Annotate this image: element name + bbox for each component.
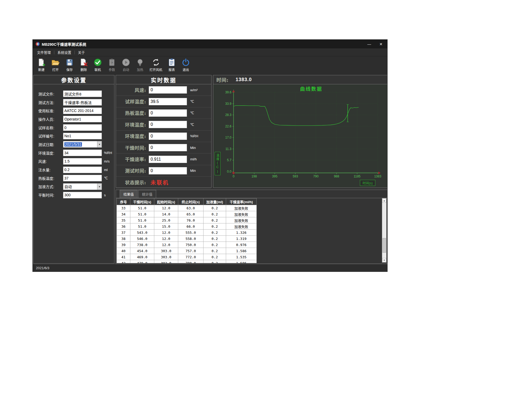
realtime-value-field[interactable]: 0 (149, 86, 187, 94)
table-column-header[interactable]: 终止时间(s) (178, 198, 203, 205)
app-logo-icon (35, 42, 40, 46)
table-cell: 1.326 (226, 230, 257, 236)
param-value: 37 (64, 176, 69, 180)
param-row: 环境湿度:34%RH (34, 149, 114, 157)
param-input[interactable]: 0.2 (63, 167, 102, 173)
table-row[interactable]: 42478.0302.0780.00.21.506 (117, 260, 257, 263)
toolbar-button-fan[interactable]: 打开风机 (147, 57, 165, 72)
table-cell: 772.0 (178, 254, 203, 260)
table-cell: 0.2 (203, 242, 226, 248)
realtime-value-field[interactable]: 0 (149, 109, 187, 117)
realtime-value-field[interactable]: 0 (149, 144, 187, 151)
table-row[interactable]: 3451.014.065.00.2加液失败 (117, 211, 257, 217)
param-combobox[interactable]: 自动▾ (63, 183, 102, 190)
menu-item-system-settings[interactable]: 系统设置 (54, 50, 74, 55)
param-input[interactable]: 1.5 (63, 158, 102, 165)
toolbar-button-label: 参数 (105, 67, 119, 72)
param-row: 试样编号:No1 (34, 132, 114, 140)
table-row[interactable]: 39738.012.0750.00.20.976 (117, 242, 257, 248)
param-input[interactable]: 测试文件8 (63, 90, 102, 97)
param-label: 测试方法: (38, 100, 63, 105)
toolbar-button-new-file[interactable]: 新建 (34, 57, 48, 72)
table-cell: 41 (117, 254, 130, 260)
table-cell: 51.0 (130, 205, 154, 211)
param-label: 试样名称: (38, 125, 63, 130)
realtime-value-field[interactable]: 0 (149, 121, 187, 128)
table-column-header[interactable]: 序号 (117, 198, 130, 205)
table-cell: 0.2 (203, 223, 226, 230)
tab-result-values[interactable]: 结果值 (120, 190, 138, 198)
realtime-value-field[interactable]: 0 (149, 132, 187, 140)
table-row[interactable]: 40454.0303.0757.00.21.586 (117, 248, 257, 254)
param-combobox[interactable]: 2021/5/31▾ (63, 141, 102, 148)
param-value: No1 (64, 134, 71, 138)
status-bar-date: 2021/6/3 (36, 266, 49, 270)
param-input[interactable]: 34 (63, 149, 102, 156)
table-row[interactable]: 3551.025.076.00.2加液失败 (117, 217, 257, 223)
table-column-header[interactable]: 干燥速率(ml/h) (226, 198, 257, 205)
svg-text:198: 198 (252, 174, 257, 178)
param-label: 使用标准: (38, 108, 63, 113)
time-value: 1383.0 (236, 77, 252, 82)
table-row[interactable]: 38546.012.0558.00.21.319 (117, 236, 257, 242)
param-input[interactable]: Operator1 (63, 116, 102, 122)
param-input[interactable]: 300 (63, 192, 102, 198)
table-cell: 33 (117, 205, 130, 211)
toolbar-button-exit[interactable]: 退出 (179, 57, 193, 72)
results-scrollbar[interactable]: ▲ ▼ (382, 198, 386, 263)
parameters-form: 测试文件:测试文件8测试方法:干燥速率-热板法使用标准:AATCC 201-20… (34, 84, 114, 199)
param-value: 2021/5/31 (64, 142, 82, 147)
param-unit: ml (104, 168, 108, 172)
chevron-down-icon[interactable]: ▾ (97, 141, 102, 147)
scroll-up-icon[interactable]: ▲ (382, 198, 386, 203)
svg-text:593: 593 (293, 174, 298, 178)
table-cell: 14.0 (154, 211, 178, 217)
heat-icon (133, 57, 147, 67)
param-input[interactable]: 0 (63, 124, 102, 131)
menu-item-about[interactable]: 关于 (75, 50, 88, 55)
status-bar: 2021/6/3 (33, 264, 387, 272)
table-row[interactable]: 3351.012.063.00.2加液失败 (117, 205, 257, 211)
param-input[interactable]: 干燥速率-热板法 (63, 99, 102, 106)
scrollbar-thumb[interactable] (383, 238, 386, 253)
param-input[interactable]: AATCC 201-2014 (63, 107, 102, 114)
toolbar-button-save[interactable]: 保存 (63, 57, 77, 72)
params-icon: ? (105, 57, 119, 67)
realtime-row: 干燥时间:0Min (116, 142, 211, 153)
toolbar-button-delete[interactable]: 删除 (77, 57, 91, 72)
toolbar-button-connect[interactable]: 联机 (91, 57, 105, 72)
chart-panel-header: 时间: 1383.0 (213, 75, 387, 84)
realtime-value-field[interactable]: 0 (149, 167, 187, 174)
realtime-rows: 风速:0w/m²试样温度:39.5℃热板温度:0℃环境温度:0℃环境湿度:0%R… (116, 84, 211, 188)
toolbar-button-open-folder[interactable]: 打开 (48, 57, 63, 72)
param-value: 0 (64, 126, 66, 130)
table-cell: 51.0 (130, 211, 154, 217)
realtime-value-field[interactable]: 39.5 (149, 98, 187, 105)
param-input[interactable]: No1 (63, 133, 102, 139)
toolbar-button-label: 报表 (165, 67, 179, 72)
fan-icon (147, 57, 165, 67)
menu-item-file-management[interactable]: 文件管理 (34, 50, 54, 55)
tab-statistic-values[interactable]: 统计值 (138, 190, 156, 198)
svg-text:1185: 1185 (354, 174, 360, 178)
table-row[interactable]: 3651.015.066.00.2加液失败 (117, 223, 257, 230)
table-cell: 37 (117, 230, 130, 236)
scroll-down-icon[interactable]: ▼ (382, 258, 386, 262)
table-cell: 303.0 (154, 248, 178, 254)
table-column-header[interactable]: 干燥时间(s) (130, 198, 154, 205)
realtime-panel-header: 实时数据 (116, 75, 211, 84)
toolbar-button-label: 加热 (133, 67, 147, 72)
chevron-down-icon[interactable]: ▾ (97, 184, 102, 190)
table-row[interactable]: 41469.0303.0772.00.21.535 (117, 254, 257, 260)
table-row[interactable]: 37543.012.0555.00.21.326 (117, 230, 257, 236)
table-column-header[interactable]: 起始时间(s) (154, 198, 178, 205)
param-input[interactable]: 37 (63, 175, 102, 181)
toolbar-button-report[interactable]: 报表 (165, 57, 179, 72)
realtime-value-field[interactable]: 0.911 (149, 156, 187, 163)
parameters-panel-header: 参数设置 (34, 75, 114, 84)
table-column-header[interactable]: 加液量(ml) (203, 198, 226, 205)
table-cell: 51.0 (130, 223, 154, 230)
close-button[interactable]: ✕ (375, 40, 387, 48)
table-cell: 36 (117, 223, 130, 230)
minimize-button[interactable]: — (363, 40, 375, 48)
